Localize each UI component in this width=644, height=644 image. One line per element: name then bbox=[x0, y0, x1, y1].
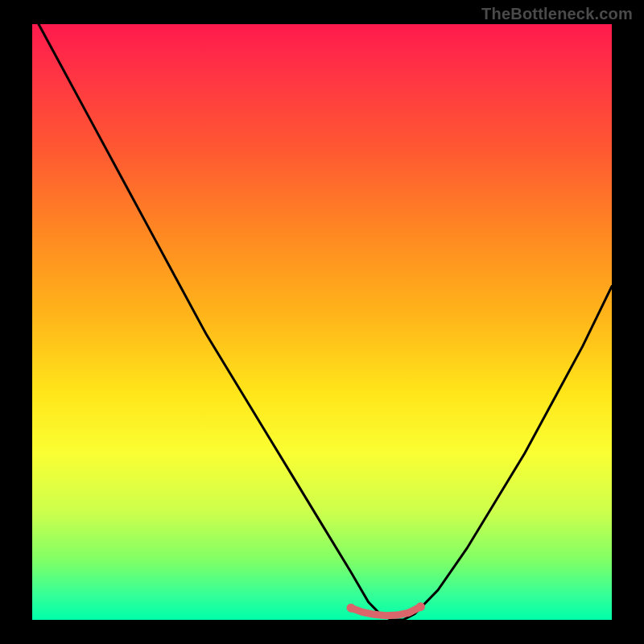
bottleneck-curve bbox=[32, 12, 612, 620]
highlight-endpoint-left bbox=[347, 604, 356, 613]
highlight-endpoint-right bbox=[416, 602, 425, 611]
plot-area bbox=[32, 24, 612, 620]
chart-frame: TheBottleneck.com bbox=[0, 0, 644, 644]
watermark-text: TheBottleneck.com bbox=[481, 5, 633, 23]
flat-highlight bbox=[351, 607, 420, 616]
curve-layer bbox=[32, 24, 612, 620]
